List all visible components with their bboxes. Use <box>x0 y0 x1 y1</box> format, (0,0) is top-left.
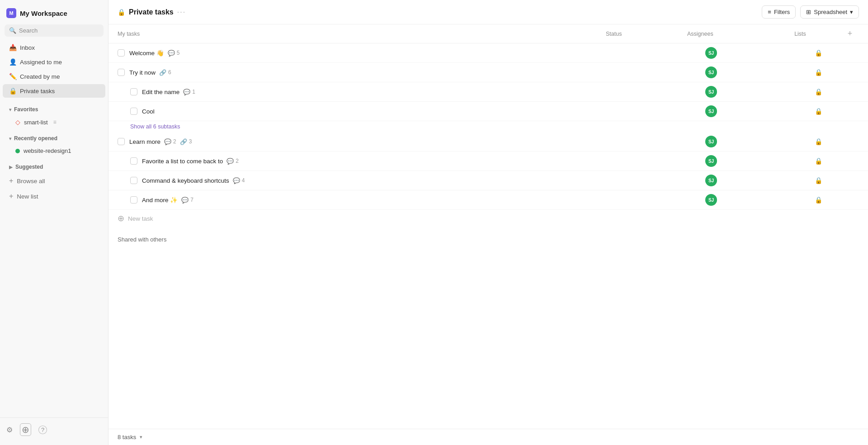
link-icon: 🔗 <box>180 138 187 145</box>
assigned-icon: 👤 <box>9 58 16 66</box>
col-assignees-header: Assignees <box>687 31 760 37</box>
topbar-lock-icon: 🔒 <box>118 9 125 16</box>
smart-list-label: smart-list <box>24 119 48 126</box>
col-task-header: My tasks <box>118 31 606 37</box>
task-comment-meta: 💬 2 <box>226 158 239 165</box>
sidebar-item-assigned[interactable]: 👤 Assigned to me <box>3 55 105 69</box>
status-dot-green <box>15 149 20 153</box>
task-checkbox[interactable] <box>118 138 125 145</box>
task-checkbox[interactable] <box>130 157 137 165</box>
task-name: Edit the name 💬 1 <box>142 89 624 95</box>
diamond-icon: ◇ <box>15 118 20 126</box>
sidebar-item-smart-list[interactable]: ◇ smart-list ≡ <box>3 116 105 128</box>
task-assignees: SJ <box>705 66 778 78</box>
sidebar-item-inbox[interactable]: 📥 Inbox <box>3 41 105 54</box>
search-placeholder: Search <box>19 27 38 34</box>
task-lists: 🔒 <box>778 108 859 115</box>
table-header: My tasks Status Assignees Lists + <box>108 24 868 43</box>
task-link-meta: 🔗 3 <box>180 138 192 145</box>
filters-button[interactable]: ≡ Filters <box>762 5 796 19</box>
comment-icon: 💬 <box>233 177 240 184</box>
browse-all-item[interactable]: + Browse all <box>3 174 105 188</box>
table-row[interactable]: Command & keyboard shortcuts 💬 4 SJ 🔒 <box>108 171 868 190</box>
sidebar-item-label: Inbox <box>20 44 35 51</box>
table-row[interactable]: Try it now 🔗 6 SJ 🔒 <box>108 63 868 82</box>
spreadsheet-button[interactable]: ⊞ Spreadsheet ▾ <box>800 5 859 19</box>
favorites-section[interactable]: ▾ Favorites <box>3 104 105 115</box>
lock-icon: 🔒 <box>9 87 16 95</box>
task-assignees: SJ <box>705 155 778 167</box>
favorites-label: Favorites <box>14 106 38 113</box>
task-checkbox[interactable] <box>118 49 125 57</box>
filter-icon: ≡ <box>768 9 771 15</box>
main-content: 🔒 Private tasks ··· ≡ Filters ⊞ Spreadsh… <box>108 0 868 445</box>
table-row[interactable]: Welcome 👋 💬 5 SJ 🔒 <box>108 43 868 63</box>
avatar: SJ <box>705 155 717 167</box>
task-lists: 🔒 <box>778 49 859 57</box>
table-row[interactable]: Edit the name 💬 1 SJ 🔒 <box>108 82 868 102</box>
task-assignees: SJ <box>705 194 778 206</box>
new-list-label: New list <box>17 193 38 200</box>
task-checkbox[interactable] <box>130 196 137 204</box>
table-row[interactable]: Cool SJ 🔒 <box>108 102 868 121</box>
task-comment-meta: 💬 4 <box>233 177 245 184</box>
col-lists-header: Lists <box>760 31 841 37</box>
chevron-right-icon: ▶ <box>9 165 13 170</box>
new-task-button[interactable]: ⊕ New task <box>108 210 868 227</box>
tasks-count: 8 tasks <box>118 434 136 440</box>
recently-opened-label: Recently opened <box>14 135 57 142</box>
search-bar[interactable]: 🔍 Search <box>5 24 104 37</box>
task-name: Learn more 💬 2 🔗 3 <box>129 138 624 145</box>
topbar: 🔒 Private tasks ··· ≡ Filters ⊞ Spreadsh… <box>108 0 868 24</box>
sidebar-item-private[interactable]: 🔒 Private tasks <box>3 84 105 98</box>
table-row[interactable]: Favorite a list to come back to 💬 2 SJ 🔒 <box>108 151 868 171</box>
suggested-section[interactable]: ▶ Suggested <box>3 161 105 173</box>
more-options-icon[interactable]: ··· <box>177 8 186 16</box>
avatar: SJ <box>705 136 717 147</box>
comment-icon: 💬 <box>168 50 175 57</box>
add-workspace-icon[interactable]: ⊕ <box>20 423 31 436</box>
show-subtasks-button[interactable]: Show all 6 subtasks <box>108 121 868 132</box>
new-list-item[interactable]: + New list <box>3 189 105 204</box>
task-comment-meta: 💬 5 <box>168 50 180 57</box>
topbar-left: 🔒 Private tasks ··· <box>118 8 186 16</box>
task-lists: 🔒 <box>778 88 859 95</box>
table-row[interactable]: And more ✨ 💬 7 SJ 🔒 <box>108 190 868 210</box>
sidebar-item-label: Assigned to me <box>20 59 62 66</box>
sidebar-item-created[interactable]: ✏️ Created by me <box>3 70 105 83</box>
recently-opened-section[interactable]: ▾ Recently opened <box>3 133 105 144</box>
avatar: SJ <box>705 86 717 98</box>
comment-icon: 💬 <box>183 89 190 95</box>
task-checkbox[interactable] <box>130 88 137 95</box>
task-comment-meta: 💬 1 <box>183 89 195 95</box>
add-column-button[interactable]: + <box>841 29 859 38</box>
sidebar-footer: ⚙ ⊕ ? <box>0 417 108 441</box>
comment-icon: 💬 <box>164 138 171 145</box>
sidebar-item-label: Private tasks <box>20 88 55 95</box>
task-name: Command & keyboard shortcuts 💬 4 <box>142 177 624 184</box>
task-checkbox[interactable] <box>130 177 137 184</box>
website-redesign-label: website-redesign1 <box>24 147 71 154</box>
task-comment-meta: 💬 2 <box>164 138 176 145</box>
workspace-header[interactable]: M My Workspace <box>0 4 108 23</box>
avatar: SJ <box>705 175 717 186</box>
avatar: SJ <box>705 47 717 59</box>
help-icon[interactable]: ? <box>38 426 47 434</box>
task-assignees: SJ <box>705 105 778 117</box>
tasks-count-chevron[interactable]: ▾ <box>140 434 142 440</box>
task-checkbox[interactable] <box>118 69 125 76</box>
task-assignees: SJ <box>705 47 778 59</box>
col-status-header: Status <box>606 31 687 37</box>
task-assignees: SJ <box>705 86 778 98</box>
shared-section-label: Shared with others <box>108 227 868 247</box>
task-checkbox[interactable] <box>130 108 137 115</box>
task-name: And more ✨ 💬 7 <box>142 196 624 204</box>
sidebar-item-website-redesign[interactable]: website-redesign1 <box>3 145 105 157</box>
table-row[interactable]: Learn more 💬 2 🔗 3 SJ 🔒 <box>108 132 868 151</box>
task-name: Cool <box>142 108 624 115</box>
task-comment-meta: 💬 7 <box>181 197 193 204</box>
avatar: SJ <box>705 105 717 117</box>
bottom-bar: 8 tasks ▾ <box>108 429 868 445</box>
settings-icon[interactable]: ⚙ <box>6 426 13 434</box>
workspace-icon: M <box>6 8 16 18</box>
